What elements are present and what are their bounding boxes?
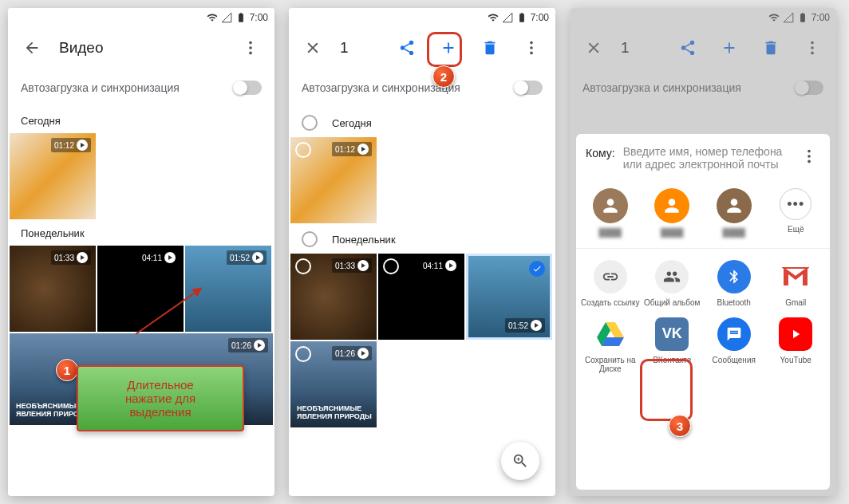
app-row-2: Сохранить на Диске VK ВКонтакте Сообщени… [576, 311, 830, 377]
autobackup-row[interactable]: Автозагрузка и синхронизация [289, 69, 555, 107]
gmail-icon [779, 260, 812, 293]
share-to-label: Кому: [586, 145, 615, 159]
svg-point-3 [530, 41, 533, 45]
video-thumbnail[interactable]: 04:11 [97, 246, 184, 332]
autobackup-row[interactable]: Автозагрузка и синхронизация [8, 69, 274, 107]
video-thumbnail[interactable]: 01:33 [290, 254, 377, 340]
app-messages[interactable]: Сообщения [703, 317, 765, 374]
app-shared-album[interactable]: Общий альбом [642, 260, 704, 308]
more-icon: ••• [780, 188, 811, 220]
step-badge-3: 3 [669, 415, 691, 437]
link-icon [594, 260, 627, 293]
app-drive[interactable]: Сохранить на Диске [579, 317, 642, 374]
section-today[interactable]: Сегодня [289, 107, 555, 137]
svg-point-9 [808, 150, 811, 153]
select-all-circle[interactable] [302, 115, 318, 131]
share-to-input[interactable]: Введите имя, номер телефона или адрес эл… [623, 145, 790, 171]
more-contacts[interactable]: ••• Ещё [765, 188, 827, 237]
share-button[interactable] [393, 33, 421, 62]
youtube-icon [779, 317, 812, 351]
battery-icon [516, 12, 527, 23]
selection-toolbar: 1 [289, 27, 555, 69]
more-button[interactable] [236, 33, 265, 62]
signal-icon [502, 12, 513, 23]
contact-row: ████ ████ ████ ••• Ещё [576, 182, 830, 240]
vk-icon: VK [655, 317, 689, 351]
close-selection-button[interactable] [298, 33, 327, 62]
back-button[interactable] [18, 33, 46, 62]
contact-item[interactable]: ████ [642, 188, 704, 237]
app-gmail[interactable]: Gmail [765, 260, 827, 308]
video-thumbnail[interactable]: 01:33 [10, 246, 96, 332]
wifi-icon [488, 12, 499, 23]
phone-screen-3: 7:00 1 Автозагрузка и синхронизация Кому… [570, 8, 836, 496]
app-youtube[interactable]: YouTube [765, 317, 827, 374]
contact-item[interactable]: ████ [579, 188, 642, 237]
select-all-circle[interactable] [302, 231, 318, 247]
more-button[interactable] [517, 33, 546, 62]
avatar [654, 188, 689, 223]
video-thumbnail[interactable]: 01:26 НЕОБЪЯСНИМЫЕЯВЛЕНИЯ ПРИРОДЫ [290, 341, 377, 427]
people-icon [655, 260, 689, 293]
contact-item[interactable]: ████ [703, 188, 765, 237]
svg-point-0 [249, 41, 252, 45]
delete-button[interactable] [476, 33, 504, 62]
video-thumbnail[interactable]: 04:11 [378, 254, 464, 340]
app-create-link[interactable]: Создать ссылку [579, 260, 642, 308]
highlight-vk [640, 359, 693, 421]
avatar [593, 188, 628, 223]
status-time: 7:00 [250, 12, 268, 23]
highlight-share [427, 32, 462, 67]
step-badge-2: 2 [432, 65, 455, 88]
avatar [717, 188, 752, 223]
autobackup-label: Автозагрузка и синхронизация [21, 81, 180, 94]
video-thumbnail[interactable]: 01:12 [10, 133, 96, 219]
share-sheet: Кому: Введите имя, номер телефона или ад… [576, 134, 830, 490]
app-row-1: Создать ссылку Общий альбом Bluetooth Gm… [576, 254, 830, 311]
step-badge-1: 1 [56, 359, 78, 381]
signal-icon [221, 12, 232, 23]
status-bar: 7:00 [8, 8, 274, 27]
phone-screen-2: 7:00 1 Автозагрузка и синхронизация Сего… [289, 8, 555, 496]
svg-point-5 [530, 52, 533, 55]
zoom-fab[interactable] [501, 442, 539, 480]
section-today: Сегодня [8, 107, 274, 133]
status-bar: 7:00 [289, 8, 555, 27]
selection-count: 1 [340, 39, 349, 57]
section-monday[interactable]: Понедельник [289, 223, 555, 254]
callout-longpress: Длительное нажатие для выделения [77, 365, 244, 431]
svg-point-2 [249, 52, 252, 55]
status-time: 7:00 [531, 12, 549, 23]
video-thumbnail-selected[interactable]: 01:52 [466, 254, 552, 340]
page-title: Видео [59, 39, 104, 57]
toolbar: Видео [8, 27, 274, 69]
section-monday: Понедельник [8, 219, 274, 246]
share-more-button[interactable] [798, 145, 820, 167]
video-thumbnail[interactable]: 01:12 [290, 137, 377, 223]
share-to-row: Кому: Введите имя, номер телефона или ад… [576, 134, 830, 182]
messages-icon [717, 317, 751, 351]
svg-point-4 [530, 46, 533, 49]
phone-screen-1: 7:00 Видео Автозагрузка и синхронизация … [8, 8, 274, 496]
autobackup-toggle[interactable] [515, 81, 543, 95]
bluetooth-icon [717, 260, 751, 293]
check-icon [529, 261, 545, 277]
app-bluetooth[interactable]: Bluetooth [703, 260, 765, 308]
svg-point-1 [249, 46, 252, 49]
battery-icon [235, 12, 247, 23]
wifi-icon [207, 12, 218, 23]
svg-point-11 [808, 160, 811, 163]
drive-icon [594, 317, 627, 351]
svg-point-10 [808, 155, 811, 158]
autobackup-toggle[interactable] [235, 81, 262, 95]
